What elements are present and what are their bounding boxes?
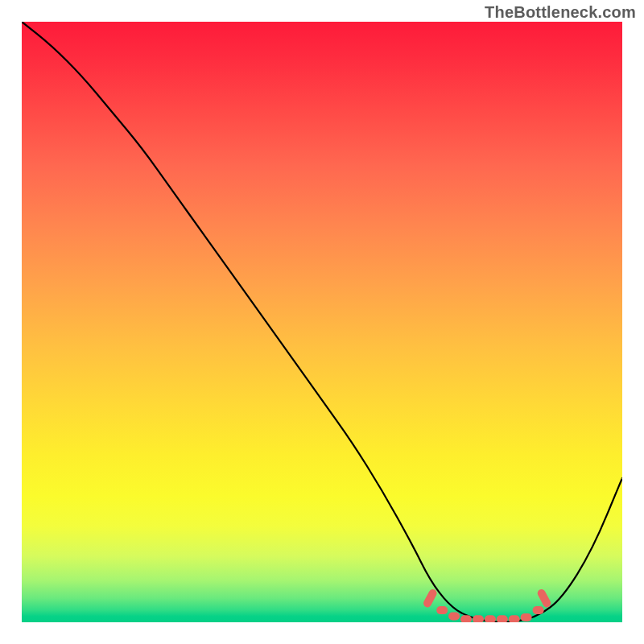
plot-area xyxy=(22,22,622,622)
plateau-marker xyxy=(460,615,472,622)
plateau-marker xyxy=(448,613,460,621)
plateau-marker xyxy=(533,606,544,614)
plateau-marker xyxy=(497,615,508,622)
chart-overlay xyxy=(22,22,622,622)
plateau-marker xyxy=(521,613,532,621)
plateau-marker xyxy=(485,615,496,622)
plateau-marker xyxy=(436,606,448,614)
plateau-marker xyxy=(509,615,520,622)
chart-container: TheBottleneck.com xyxy=(0,0,644,644)
attribution-text: TheBottleneck.com xyxy=(485,3,636,22)
plateau-end-tick xyxy=(536,588,552,609)
plateau-end-tick xyxy=(422,588,438,609)
curve-line xyxy=(22,22,622,622)
plateau-marker xyxy=(473,615,484,622)
